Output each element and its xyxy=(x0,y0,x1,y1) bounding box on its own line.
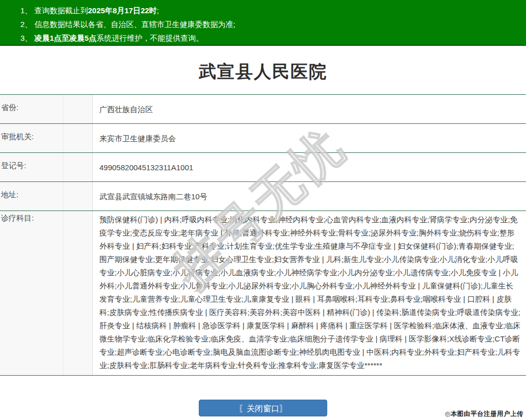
notice-banner: 1、 查询数据截止到2025年8月17日22时;2、 信息数据结果以各省、自治区… xyxy=(0,0,526,46)
page-title: 武宣县人民医院 xyxy=(0,60,526,84)
notice-text: 系统进行维护，不能提供查询。 xyxy=(96,34,203,42)
notice-line: 3、 凌晨1点至凌晨5点系统进行维护，不能提供查询。 xyxy=(20,31,521,45)
info-row-1: 省份:广西壮族自治区 xyxy=(0,95,526,124)
notice-text: 3、 xyxy=(20,34,35,42)
info-label: 诊疗科目: xyxy=(0,211,93,375)
hospital-info-table: 省份:广西壮族自治区审批机关:来宾市卫生健康委员会登记号:49905820045… xyxy=(0,94,526,376)
close-window-button[interactable]: 〖关闭窗口〗 xyxy=(199,400,327,416)
notice-text-bold: 凌晨1点至凌晨5点 xyxy=(35,34,97,42)
upload-credit-text: ◎本图由平台注册用户上传 xyxy=(445,410,523,418)
info-value: 广西壮族自治区 xyxy=(93,95,526,123)
info-value: 来宾市卫生健康委员会 xyxy=(93,124,526,152)
notice-lines: 1、 查询数据截止到2025年8月17日22时;2、 信息数据结果以各省、自治区… xyxy=(20,4,521,45)
info-value: 预防保健科(门诊) | 内科;呼吸内科专业;消化内科专业;神经内科专业;心血管内… xyxy=(93,211,526,375)
info-value: 49905820045132311A1001 xyxy=(93,153,526,181)
info-label: 审批机关: xyxy=(0,124,93,152)
info-label: 登记号: xyxy=(0,153,93,181)
info-label: 省份: xyxy=(0,95,93,123)
info-row-2: 审批机关:来宾市卫生健康委员会 xyxy=(0,124,526,153)
info-value: 武宣县武宣镇城东路南二巷10号 xyxy=(93,182,526,211)
notice-text: 2、 信息数据结果以各省、自治区、直辖市卫生健康委数据为准; xyxy=(20,20,235,29)
info-row-3: 登记号:49905820045132311A1001 xyxy=(0,153,526,182)
notice-text: ; xyxy=(157,6,159,15)
notice-text: 1、 查询数据截止到 xyxy=(20,6,88,15)
info-label: 地址: xyxy=(0,182,93,211)
notice-text-bold: 2025年8月17日22时 xyxy=(88,6,157,15)
notice-line: 2、 信息数据结果以各省、自治区、直辖市卫生健康委数据为准; xyxy=(20,17,521,31)
notice-line: 1、 查询数据截止到2025年8月17日22时; xyxy=(20,4,521,17)
info-row-4: 地址:武宣县武宣镇城东路南二巷10号 xyxy=(0,182,526,211)
info-row-5: 诊疗科目:预防保健科(门诊) | 内科;呼吸内科专业;消化内科专业;神经内科专业… xyxy=(0,211,526,376)
